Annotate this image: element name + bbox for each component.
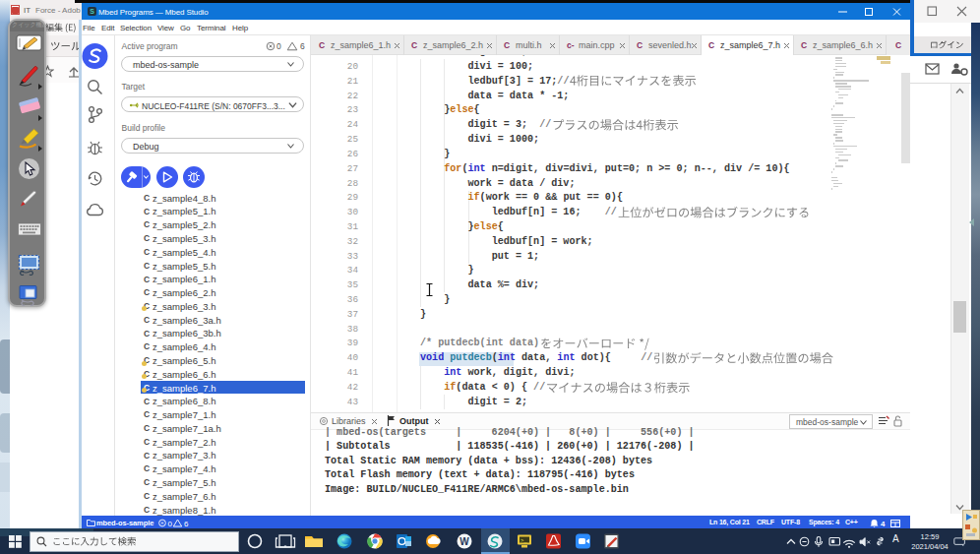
svg-text:W: W: [459, 536, 469, 547]
svg-text:0: 0: [276, 41, 281, 51]
svg-text:0: 0: [168, 520, 173, 528]
svg-text:6: 6: [184, 520, 189, 528]
svg-text:6: 6: [300, 41, 305, 51]
svg-text:>_: >_: [521, 537, 527, 544]
svg-text:4: 4: [881, 520, 886, 528]
